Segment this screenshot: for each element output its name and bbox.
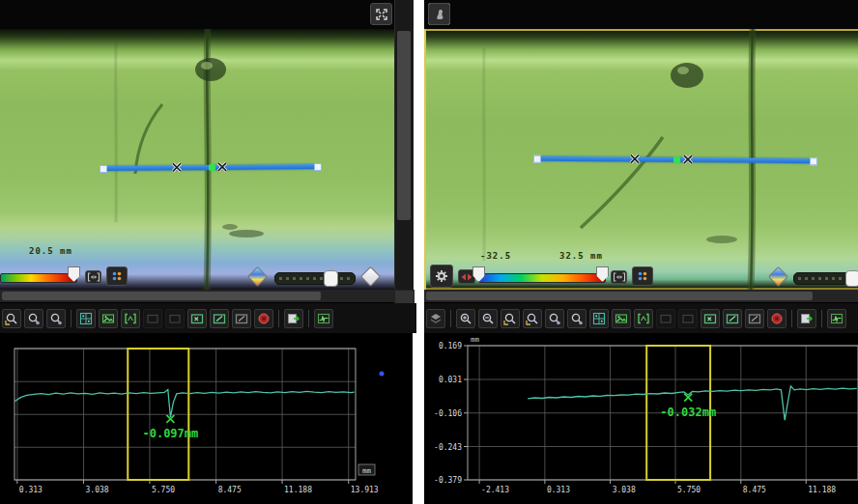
capture-edit-icon[interactable]: [723, 309, 742, 328]
x-tick-label: 3.038: [86, 486, 109, 494]
color-scale-bar[interactable]: [478, 273, 606, 283]
export-image-icon[interactable]: [284, 309, 303, 328]
pan-zoom-icon[interactable]: [2, 309, 21, 328]
line-endpoint-left[interactable]: [533, 155, 541, 163]
x-tick-label: 8.475: [218, 486, 242, 494]
image-view-icon[interactable]: [99, 309, 118, 328]
x-tick-label: -2.413: [481, 486, 509, 494]
settings-gear-button[interactable]: [430, 265, 453, 288]
record-icon[interactable]: [767, 309, 786, 328]
profile-display-icon[interactable]: [827, 309, 846, 328]
left-surface-image[interactable]: 20.5 mm: [0, 29, 395, 290]
comparison-grid-icon[interactable]: [76, 309, 96, 328]
line-endpoint-right[interactable]: [314, 163, 322, 171]
line-marker-x-icon[interactable]: [681, 153, 695, 166]
capture-off-icon[interactable]: [745, 309, 764, 328]
right-surface-image[interactable]: -32.5 32.5 mm: [424, 29, 858, 290]
comparison-grid-icon[interactable]: [589, 309, 609, 328]
line-marker-x-icon[interactable]: [628, 153, 642, 166]
auto-fit-icon[interactable]: [634, 309, 653, 328]
toolbar-separator: [308, 310, 309, 327]
scrollbar-thumb[interactable]: [397, 31, 411, 220]
tool-b-icon[interactable]: [165, 309, 185, 328]
left-horizontal-scrollbar[interactable]: [0, 290, 394, 302]
fullscreen-icon[interactable]: [370, 3, 392, 25]
line-endpoint-left[interactable]: [100, 165, 107, 173]
export-image-icon[interactable]: [797, 309, 816, 328]
range-brackets-button[interactable]: [85, 270, 101, 284]
record-icon[interactable]: [254, 309, 273, 328]
white-diamond-icon[interactable]: [360, 266, 381, 287]
line-center-point[interactable]: [673, 156, 680, 163]
dots-grid-button[interactable]: [632, 266, 653, 286]
x-tick-label: 8.475: [743, 486, 766, 494]
profile-chart-canvas[interactable]: -0.032mm-2.4130.3133.0385.7508.47511.188…: [424, 333, 858, 504]
scrollbar-thumb[interactable]: [426, 292, 813, 300]
zoom-next-icon[interactable]: [567, 309, 586, 328]
zoom-in-icon[interactable]: [456, 309, 475, 328]
y-tick-label: -0.106: [434, 409, 462, 418]
app-window: 20.5 mm -0.097mm0.3133.0385.7508.47511.1…: [0, 0, 858, 504]
scale-label: 20.5 mm: [29, 246, 72, 256]
scrollbar-corner: [394, 290, 415, 304]
flatten-icon[interactable]: [426, 309, 445, 328]
tilt-slider-handle[interactable]: [845, 270, 858, 287]
capture-region-icon[interactable]: [187, 309, 207, 328]
zoom-previous-icon[interactable]: [545, 309, 564, 328]
left-profile-chart[interactable]: -0.097mm0.3133.0385.7508.47511.18813.913…: [0, 333, 413, 504]
tool-a-icon[interactable]: [143, 309, 162, 328]
capture-region-icon[interactable]: [701, 309, 720, 328]
color-scale-bar[interactable]: [0, 273, 77, 283]
indicator-dot: [380, 372, 385, 377]
rainbow-diamond-icon[interactable]: [768, 266, 788, 287]
measurement-value-label: -0.097mm: [142, 427, 198, 440]
measurement-line[interactable]: [102, 164, 319, 171]
auto-fit-icon[interactable]: [121, 309, 140, 328]
capture-edit-icon[interactable]: [210, 309, 229, 328]
y-tick-label: 0.169: [439, 342, 462, 350]
right-viewport-panel: -32.5 32.5 mm -0.032mm-2.4130.3133.0385.…: [424, 0, 858, 504]
tool-b-icon[interactable]: [678, 309, 698, 328]
scrollbar-thumb[interactable]: [2, 292, 321, 300]
profile-chart-canvas[interactable]: -0.097mm0.3133.0385.7508.47511.18813.913…: [0, 333, 413, 504]
right-profile-chart[interactable]: -0.032mm-2.4130.3133.0385.7508.47511.188…: [424, 333, 858, 504]
line-marker-x-icon[interactable]: [215, 160, 229, 174]
image-view-icon[interactable]: [612, 309, 631, 328]
measurement-line[interactable]: [536, 156, 815, 164]
tool-a-icon[interactable]: [656, 309, 675, 328]
line-center-point[interactable]: [209, 164, 215, 171]
tilt-slider-handle[interactable]: [324, 270, 338, 287]
x-tick-label: 13.913: [351, 486, 379, 494]
x-tick-label: 0.313: [19, 486, 43, 494]
x-tick-label: 5.750: [152, 486, 175, 494]
zoom-region-icon[interactable]: [523, 309, 542, 328]
left-toolbar: [0, 303, 416, 333]
capture-off-icon[interactable]: [232, 309, 251, 328]
profile-display-icon[interactable]: [314, 309, 333, 328]
right-topbar: [424, 0, 858, 29]
toolbar-separator: [791, 310, 792, 327]
zoom-next-icon[interactable]: [46, 309, 66, 328]
tilt-slider[interactable]: [274, 272, 356, 285]
toolbar-separator: [278, 310, 279, 327]
x-tick-label: 0.313: [547, 486, 570, 494]
right-horizontal-scrollbar[interactable]: [424, 290, 858, 302]
y-tick-label: -0.379: [434, 476, 462, 485]
zoom-out-icon[interactable]: [478, 309, 498, 328]
left-vertical-scrollbar[interactable]: [394, 0, 414, 290]
slider-ticks: [279, 277, 351, 280]
line-marker-x-icon[interactable]: [170, 160, 184, 174]
measurement-value-label: -0.032mm: [660, 406, 716, 419]
texture-mode-icon[interactable]: [428, 3, 450, 25]
zoom-fit-icon[interactable]: [500, 309, 520, 328]
dots-grid-button[interactable]: [106, 266, 128, 286]
x-axis-unit-label: mm: [362, 466, 372, 475]
y-tick-label: 0.031: [439, 376, 462, 384]
zoom-previous-icon[interactable]: [24, 309, 43, 328]
rainbow-diamond-icon[interactable]: [247, 266, 268, 287]
y-axis-unit-label: mm: [471, 335, 480, 344]
range-brackets-button[interactable]: [611, 270, 627, 284]
line-endpoint-right[interactable]: [810, 157, 817, 165]
tilt-slider[interactable]: [793, 272, 858, 285]
toolbar-separator: [71, 310, 72, 327]
